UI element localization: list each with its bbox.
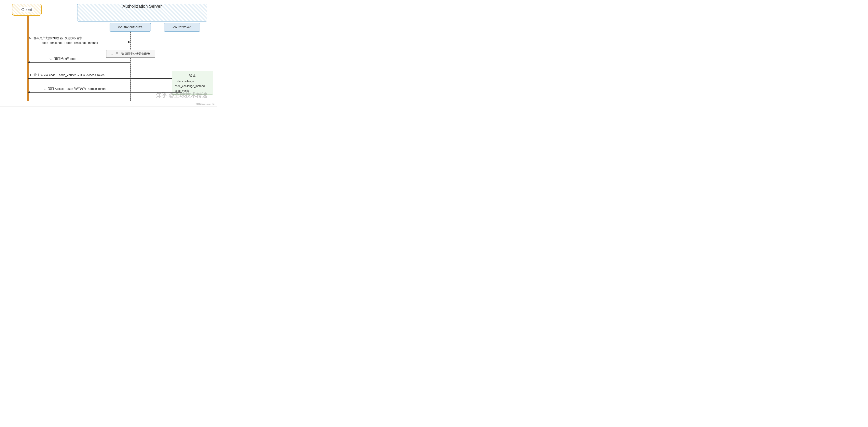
client-box: Client bbox=[12, 4, 41, 16]
arrow-a-label1: A - 引导用户去授权服务器, 发起授权请求 bbox=[29, 36, 82, 40]
verify-item-2: code_challenge_method bbox=[175, 84, 210, 89]
arrow-e-label: E - 返回 Access Token 和可选的 Refresh Token bbox=[43, 87, 106, 91]
arrow-d bbox=[28, 77, 182, 80]
oauth-authorize-box: /oauth2/authorize bbox=[110, 23, 151, 32]
oauth-authorize-label: /oauth2/authorize bbox=[118, 25, 143, 29]
client-label: Client bbox=[20, 7, 33, 12]
arrow-c-label: C - 返回授权码 code bbox=[50, 57, 76, 61]
b-box-label: B - 用户选择同意或者取消授权 bbox=[111, 52, 151, 56]
verify-item-1: code_challenge bbox=[175, 79, 210, 84]
client-lifeline bbox=[27, 16, 29, 101]
diagram-container: Client Authorization Server /oauth2/auth… bbox=[0, 0, 217, 107]
auth-server-label: Authorization Server bbox=[77, 4, 207, 9]
b-box: B - 用户选择同意或者取消授权 bbox=[106, 50, 155, 58]
oauth-token-label: /oauth2/token bbox=[173, 25, 192, 29]
watermark: 知乎 @全球技术精选 bbox=[156, 91, 207, 99]
copyright: ©2021 @semicolon_hbr bbox=[195, 103, 215, 105]
oauth-token-box: /oauth2/token bbox=[164, 23, 200, 32]
authorize-lifeline bbox=[130, 32, 131, 101]
arrow-c bbox=[28, 61, 130, 64]
arrow-d-label: D - 通过授权码 code + code_verifier 去换取 Acces… bbox=[29, 73, 104, 77]
arrow-a-label2: + code_challenge + code_challenge_method bbox=[39, 41, 98, 45]
verify-title: 验证 bbox=[175, 74, 210, 78]
